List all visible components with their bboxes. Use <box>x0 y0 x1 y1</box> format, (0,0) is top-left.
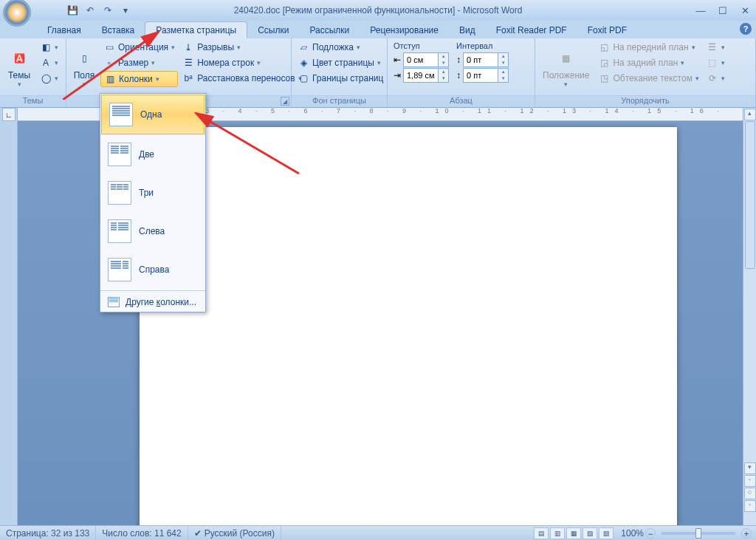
zoom-in-button[interactable]: + <box>741 528 752 539</box>
group-themes-label: Темы <box>0 95 66 107</box>
browse-object-icon[interactable]: ○ <box>744 488 756 499</box>
watermark-button[interactable]: ▱Подложка▾ <box>295 40 386 55</box>
orientation-button[interactable]: ▭Ориентация▾ <box>100 40 178 55</box>
spacing-before-spinner[interactable]: ▴▾ <box>463 52 509 67</box>
three-column-icon <box>108 181 131 205</box>
columns-option-left[interactable]: Слева <box>100 212 205 250</box>
columns-option-three[interactable]: Три <box>100 174 205 212</box>
help-icon[interactable]: ? <box>740 23 752 35</box>
tab-references[interactable]: Ссылки <box>247 22 299 38</box>
line-numbers-button[interactable]: ☰Номера строк▾ <box>179 55 305 70</box>
margins-label: Поля <box>74 70 95 81</box>
indent-right-spinner[interactable]: ▴▾ <box>403 68 449 83</box>
qat-dropdown-icon[interactable]: ▾ <box>118 3 133 18</box>
fonts-icon: A <box>40 57 52 69</box>
theme-colors-button[interactable]: ◧▾ <box>37 40 61 55</box>
spacing-label: Интервал <box>456 41 509 52</box>
vertical-ruler: ∟ <box>0 108 18 525</box>
more-columns-button[interactable]: Другие колонки... <box>100 293 205 312</box>
status-words[interactable]: Число слов: 11 642 <box>96 526 188 540</box>
scroll-down-icon[interactable]: ▾ <box>744 462 756 474</box>
theme-fonts-button[interactable]: A▾ <box>37 55 61 70</box>
columns-left-label: Слева <box>139 226 165 236</box>
pagecolor-icon: ◈ <box>298 57 309 69</box>
minimize-button[interactable]: — <box>690 3 712 18</box>
scroll-thumb[interactable] <box>745 121 755 269</box>
view-print-layout-icon[interactable]: ▤ <box>534 527 549 539</box>
margins-button[interactable]: ▯ Поля▾ <box>69 40 99 94</box>
columns-option-right[interactable]: Справа <box>100 250 205 289</box>
view-full-screen-icon[interactable]: ▥ <box>550 527 565 539</box>
zoom-out-button[interactable]: − <box>645 528 656 539</box>
position-button: ▦ Положение▾ <box>538 40 594 94</box>
next-page-icon[interactable]: ◦ <box>744 500 756 512</box>
columns-right-label: Справа <box>139 264 169 275</box>
tab-foxit-reader[interactable]: Foxit Reader PDF <box>486 22 577 38</box>
tab-selector[interactable]: ∟ <box>2 108 16 121</box>
columns-option-one[interactable]: Одна <box>101 95 205 134</box>
zoom-thumb[interactable] <box>695 528 701 539</box>
page-borders-button[interactable]: ▢Границы страниц <box>295 71 386 86</box>
save-icon[interactable]: 💾 <box>65 3 80 18</box>
close-button[interactable]: ✕ <box>734 3 756 18</box>
spacing-after-spinner[interactable]: ▴▾ <box>463 68 509 83</box>
more-columns-label: Другие колонки... <box>126 297 196 307</box>
position-icon: ▦ <box>554 47 578 70</box>
borders-icon: ▢ <box>298 72 309 84</box>
view-web-icon[interactable]: ▦ <box>566 527 581 539</box>
columns-option-two[interactable]: Две <box>100 135 205 174</box>
columns-icon: ▥ <box>104 73 116 85</box>
tab-home[interactable]: Главная <box>37 22 92 38</box>
position-label: Положение <box>543 70 589 81</box>
tab-view[interactable]: Вид <box>449 22 486 38</box>
tab-mailings[interactable]: Рассылки <box>299 22 360 38</box>
colors-icon: ◧ <box>40 41 52 53</box>
group-background: ▱Подложка▾ ◈Цвет страницы▾ ▢Границы стра… <box>292 38 388 107</box>
tab-foxit-pdf[interactable]: Foxit PDF <box>577 22 637 38</box>
group-arrange-label: Упорядочить <box>535 95 755 107</box>
effects-icon: ◯ <box>40 72 52 84</box>
page-setup-launcher[interactable]: ◢ <box>281 97 289 106</box>
ribbon-tabs: Главная Вставка Разметка страницы Ссылки… <box>0 21 756 38</box>
hyphenation-button[interactable]: bªРасстановка переносов▾ <box>179 71 305 86</box>
view-outline-icon[interactable]: ▧ <box>583 527 597 539</box>
themes-icon: 🅰️ <box>7 47 31 70</box>
tab-page-layout[interactable]: Разметка страницы <box>145 21 247 38</box>
spacing-after-input[interactable] <box>464 69 498 81</box>
themes-button[interactable]: 🅰️ Темы▾ <box>3 40 35 94</box>
indent-left-spinner[interactable]: ▴▾ <box>403 52 449 67</box>
theme-effects-button[interactable]: ◯▾ <box>37 71 61 86</box>
proofing-icon: ✔ <box>194 528 202 539</box>
status-page[interactable]: Страница: 32 из 133 <box>0 526 96 540</box>
zoom-slider[interactable] <box>662 532 735 535</box>
window-title: 240420.doc [Режим ограниченной функциона… <box>234 5 523 16</box>
page[interactable] <box>140 127 677 525</box>
group-paragraph: Отступ ⇤▴▾ ⇥▴▾ Интервал ↕▴▾ ↕▴▾ Абзац <box>388 38 535 107</box>
status-language[interactable]: ✔Русский (Россия) <box>188 526 281 540</box>
zoom-level[interactable]: 100% <box>621 528 644 539</box>
view-draft-icon[interactable]: ▨ <box>599 527 614 539</box>
redo-icon[interactable]: ↷ <box>100 3 115 18</box>
columns-three-label: Три <box>139 188 154 198</box>
scroll-up-icon[interactable]: ▴ <box>744 109 756 120</box>
maximize-button[interactable]: ☐ <box>712 3 734 18</box>
columns-button[interactable]: ▥Колонки▾ <box>100 71 178 87</box>
linenumbers-icon: ☰ <box>182 57 194 69</box>
quick-access-toolbar: 💾 ↶ ↷ ▾ <box>65 3 133 18</box>
indent-label: Отступ <box>394 41 449 52</box>
indent-left-input[interactable] <box>404 54 438 66</box>
tab-review[interactable]: Рецензирование <box>360 22 449 38</box>
front-icon: ◱ <box>598 41 610 53</box>
tab-insert[interactable]: Вставка <box>92 22 145 38</box>
page-color-button[interactable]: ◈Цвет страницы▾ <box>295 55 386 70</box>
spacing-before-icon: ↕ <box>456 55 461 65</box>
size-button[interactable]: ▫Размер▾ <box>100 55 178 70</box>
breaks-button[interactable]: ⤓Разрывы▾ <box>179 40 305 55</box>
columns-dropdown: Одна Две Три Слева Справа Другие колонки… <box>100 93 206 312</box>
vertical-scrollbar[interactable]: ▴ ▾ ◦ ○ ◦ <box>743 108 756 525</box>
columns-two-label: Две <box>139 149 154 160</box>
spacing-before-input[interactable] <box>464 54 498 66</box>
prev-page-icon[interactable]: ◦ <box>744 475 756 487</box>
undo-icon[interactable]: ↶ <box>83 3 97 18</box>
indent-right-input[interactable] <box>404 69 438 81</box>
